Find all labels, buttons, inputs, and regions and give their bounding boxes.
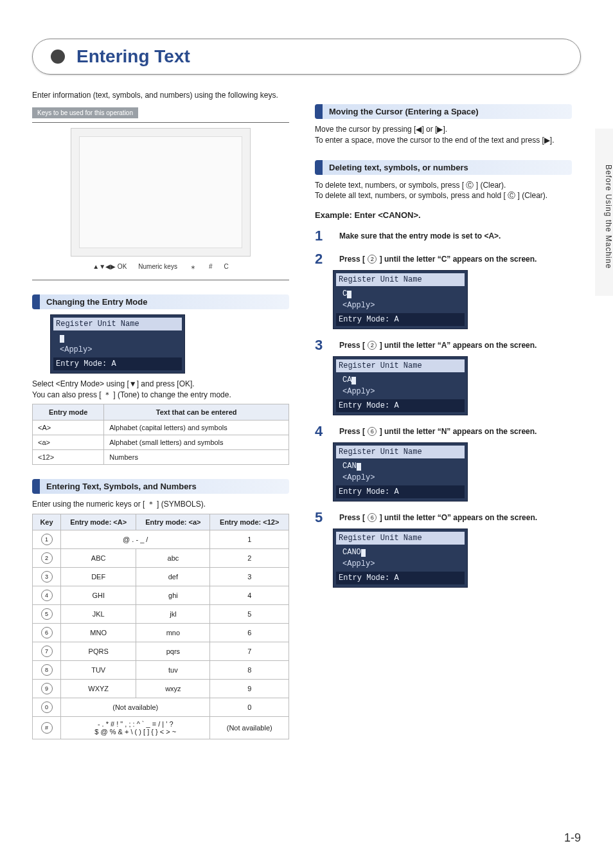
lcd-line1: Register Unit Name xyxy=(336,273,465,286)
key-cell: 5 xyxy=(33,605,61,624)
cursor-icon xyxy=(357,463,361,471)
cursor-icon xyxy=(347,291,351,298)
moving-cursor-l1: Move the cursor by pressing [◀] or [▶]. xyxy=(315,124,572,135)
cell-desc: Alphabet (small letters) and symbols xyxy=(104,435,289,450)
cursor-icon xyxy=(60,335,64,343)
table-row: 4GHIghi4 xyxy=(33,586,289,605)
page-title: Entering Text xyxy=(76,46,190,67)
cell-A: JKL xyxy=(61,605,136,624)
key-glyph-icon: 2 xyxy=(368,341,377,350)
key-circle-icon: 0 xyxy=(41,701,53,713)
lcd-line3: <Apply> xyxy=(339,300,462,311)
step: 4Press [ 6 ] until the letter “N” appear… xyxy=(315,424,572,439)
key-circle-icon: 7 xyxy=(41,646,53,657)
page-number: 1-9 xyxy=(564,831,581,845)
intro-text: Enter information (text, symbols, and nu… xyxy=(32,90,289,101)
lcd-line2: CA xyxy=(339,374,462,386)
title-bullet-icon xyxy=(51,50,65,64)
cell-12: 4 xyxy=(210,586,289,605)
table-row: 6MNOmno6 xyxy=(33,624,289,642)
keys-used-bar: Keys to be used for this operation xyxy=(32,107,138,118)
cell-12: 8 xyxy=(210,661,289,680)
moving-cursor-l2: To enter a space, move the cursor to the… xyxy=(315,135,572,146)
lcd-line2: CAN xyxy=(339,460,462,472)
table-row: 1@ . - _ /1 xyxy=(33,530,289,549)
key-circle-icon: 1 xyxy=(41,534,53,545)
cell-a: pqrs xyxy=(136,642,210,661)
key-circle-icon: 9 xyxy=(41,683,53,694)
lcd-line2 xyxy=(56,332,179,344)
cell-a: mno xyxy=(136,624,210,642)
label-numeric-keys: Numeric keys xyxy=(138,263,177,275)
lcd-line4: Entry Mode: A xyxy=(53,357,182,370)
cell-12: 9 xyxy=(210,680,289,698)
step: 2Press [ 2 ] until the letter “C” appear… xyxy=(315,252,572,266)
cell-12: 0 xyxy=(210,698,289,717)
lcd-line4: Entry Mode: A xyxy=(336,399,465,412)
label-arrows-ok: ▲▼◀▶ OK xyxy=(93,263,127,275)
cell-Aa: - . * # ! " , ; : ^ ` _ = / | ' ? $ @ % … xyxy=(61,717,210,739)
step-text: Press [ 2 ] until the letter “C” appears… xyxy=(339,252,572,266)
key-circle-icon: 3 xyxy=(41,571,53,583)
section-deleting: Deleting text, symbols, or numbers xyxy=(315,160,572,175)
key-cell: 4 xyxy=(33,586,61,605)
cell-12: 1 xyxy=(210,530,289,549)
table-row: 9WXYZwxyz9 xyxy=(33,680,289,698)
table-row: 3DEFdef3 xyxy=(33,568,289,586)
label-star: ＊ xyxy=(189,263,197,275)
cell-A: MNO xyxy=(61,624,136,642)
lcd-step: Register Unit NameC<Apply>Entry Mode: A xyxy=(333,270,468,329)
key-circle-icon: # xyxy=(41,722,53,734)
key-circle-icon: 5 xyxy=(41,608,53,620)
diagram-labels: ▲▼◀▶ OK Numeric keys ＊ # C xyxy=(32,263,289,275)
cursor-icon xyxy=(351,377,356,384)
cell-Aa: @ . - _ / xyxy=(61,530,210,549)
key-circle-icon: 6 xyxy=(41,627,53,638)
key-cell: 2 xyxy=(33,549,61,568)
cell-mode: <12> xyxy=(33,450,104,465)
page-title-pill: Entering Text xyxy=(32,39,581,75)
lcd-changing-mode: Register Unit Name <Apply> Entry Mode: A xyxy=(50,314,185,374)
step-number: 5 xyxy=(315,511,330,525)
key-glyph-icon: 2 xyxy=(368,255,377,264)
step: 3Press [ 2 ] until the letter “A” appear… xyxy=(315,338,572,352)
lcd-line3: <Apply> xyxy=(339,472,462,484)
key-circle-icon: 8 xyxy=(41,664,53,676)
cell-12: 5 xyxy=(210,605,289,624)
step: 1Make sure that the entry mode is set to… xyxy=(315,229,572,243)
step-text: Press [ 2 ] until the letter “A” appears… xyxy=(339,338,572,352)
table-row: 2ABCabc2 xyxy=(33,549,289,568)
deleting-l1: To delete text, numbers, or symbols, pre… xyxy=(315,180,572,191)
lcd-line4: Entry Mode: A xyxy=(336,485,465,498)
step-number: 3 xyxy=(315,338,330,352)
example-heading: Example: Enter <CANON>. xyxy=(315,210,572,220)
lcd-line3: <Apply> xyxy=(339,558,462,570)
label-hash: # xyxy=(209,263,213,275)
cell-a: jkl xyxy=(136,605,210,624)
key-cell: 7 xyxy=(33,642,61,661)
cell-desc: Numbers xyxy=(104,450,289,465)
th-mode-a: Entry mode: <a> xyxy=(136,514,210,530)
entry-mode-table: Entry mode Text that can be entered <A> … xyxy=(32,404,289,465)
table-row: <a> Alphabet (small letters) and symbols xyxy=(33,435,289,450)
table-row: #- . * # ! " , ; : ^ ` _ = / | ' ? $ @ %… xyxy=(33,717,289,739)
step: 5Press [ 6 ] until the letter “O” appear… xyxy=(315,511,572,525)
lcd-step: Register Unit NameCAN<Apply>Entry Mode: … xyxy=(333,442,468,502)
cell-A: DEF xyxy=(61,568,136,586)
key-glyph-icon: 6 xyxy=(368,427,377,436)
cell-a: wxyz xyxy=(136,680,210,698)
table-row: 7PQRSpqrs7 xyxy=(33,642,289,661)
key-cell: 0 xyxy=(33,698,61,717)
key-map-table: Key Entry mode: <A> Entry mode: <a> Entr… xyxy=(32,514,289,739)
cell-12: 3 xyxy=(210,568,289,586)
key-glyph-icon: 6 xyxy=(368,513,377,522)
cell-A: WXYZ xyxy=(61,680,136,698)
key-circle-icon: 4 xyxy=(41,590,53,601)
lcd-line1: Register Unit Name xyxy=(53,318,182,330)
key-cell: 1 xyxy=(33,530,61,549)
lcd-line1: Register Unit Name xyxy=(336,532,465,545)
lcd-line2: C xyxy=(339,288,462,300)
table-row: 0(Not available)0 xyxy=(33,698,289,717)
lcd-line4: Entry Mode: A xyxy=(336,572,465,584)
side-tab: Before Using the Machine xyxy=(595,129,613,296)
